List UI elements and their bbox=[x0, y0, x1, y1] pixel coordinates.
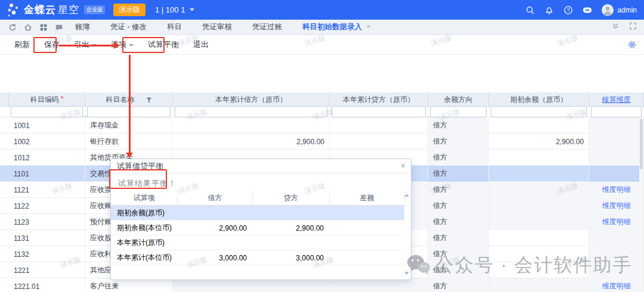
grid-filter-input-0[interactable] bbox=[11, 106, 83, 117]
annotation-box-save bbox=[33, 37, 57, 53]
tab-3[interactable]: 凭证审核 bbox=[202, 22, 232, 32]
grid-gutter-header bbox=[0, 92, 9, 107]
grid-cell bbox=[489, 278, 589, 292]
grid-column-header-0[interactable]: 科目编码* bbox=[9, 92, 85, 107]
annotation-arrowhead-right bbox=[114, 42, 119, 49]
tab-4[interactable]: 凭证过账 bbox=[252, 22, 282, 32]
grid-column-header-4[interactable]: 余额方向 bbox=[428, 92, 489, 107]
grid-cell bbox=[489, 230, 589, 246]
user-menu[interactable]: admin bbox=[602, 4, 637, 16]
grid-cell bbox=[589, 150, 644, 166]
grid-cell: 1101 bbox=[9, 166, 85, 182]
account-row-1001[interactable]: 1001库存现金借方 bbox=[0, 117, 639, 133]
dialog-close-icon[interactable]: × bbox=[401, 161, 405, 170]
dialog-scroll-up-icon[interactable] bbox=[404, 194, 409, 197]
filter-funnel-icon[interactable] bbox=[146, 97, 152, 103]
toolbar-button-5[interactable]: 退出 bbox=[193, 39, 209, 50]
grid-cell: 借方 bbox=[428, 133, 489, 150]
dialog-column-header-3: 差额 bbox=[330, 190, 405, 206]
refresh-sync-icon[interactable] bbox=[8, 23, 17, 32]
grid-cell: 1221 bbox=[9, 262, 85, 278]
grid-cell: 借方 bbox=[428, 214, 489, 230]
apps-grid-icon[interactable] bbox=[39, 23, 48, 32]
grid-column-header-5[interactable]: 期初余额（原币） bbox=[489, 92, 589, 107]
home-icon[interactable] bbox=[24, 23, 32, 32]
dialog-cell: 期初余额(本位币) bbox=[111, 220, 178, 235]
dialog-row-1[interactable]: 期初余额(本位币)2,900.002,900.00 bbox=[111, 220, 404, 235]
grid-column-header-2[interactable]: 本年累计借方（原币） bbox=[173, 92, 330, 107]
grid-filter-input-3[interactable] bbox=[332, 106, 426, 117]
user-avatar[interactable] bbox=[602, 4, 614, 16]
grid-cell: 1012 bbox=[9, 150, 85, 166]
fullscreen-icon[interactable] bbox=[629, 22, 637, 30]
kingdee-app-window: 金蝶云 星空 企业版 演示版 1 | 100 1 ? bbox=[0, 0, 644, 292]
tab-0[interactable]: 账簿 bbox=[75, 22, 90, 32]
grid-cell bbox=[489, 166, 589, 182]
tab-bar: 账簿凭证 - 修改科目凭证审核凭证过账科目初始数据录入× bbox=[0, 20, 644, 35]
svg-text:?: ? bbox=[567, 7, 570, 13]
tab-active[interactable]: 科目初始数据录入× bbox=[302, 22, 370, 32]
org-caret-icon[interactable] bbox=[190, 8, 194, 11]
grid-column-header-3[interactable]: 本年累计贷方（原币） bbox=[330, 92, 428, 107]
dialog-cell bbox=[253, 235, 330, 250]
grid-filter-input-6[interactable] bbox=[591, 106, 642, 117]
grid-cell bbox=[589, 246, 644, 262]
settings-gear-icon[interactable] bbox=[627, 40, 637, 49]
grid-column-header-6[interactable]: 核算维度 bbox=[589, 92, 644, 107]
annotation-box-trial-balance bbox=[122, 37, 165, 53]
tab-1[interactable]: 凭证 - 修改 bbox=[110, 22, 147, 32]
dialog-scroll-down-icon[interactable] bbox=[404, 272, 409, 275]
dimension-detail-link[interactable]: 维度明细 bbox=[589, 214, 644, 230]
grid-filter-input-2[interactable] bbox=[175, 106, 327, 117]
grid-vertical-scrollbar[interactable] bbox=[639, 117, 643, 292]
dialog-column-header-1: 借方 bbox=[178, 190, 253, 206]
grid-cell bbox=[173, 117, 330, 133]
collapse-tabs-icon[interactable] bbox=[611, 22, 620, 30]
grid-cell: 借方 bbox=[428, 150, 489, 166]
dialog-row-3[interactable]: 本年累计(本位币)3,000.003,000.00 bbox=[111, 250, 404, 265]
dialog-row-2[interactable]: 本年累计(原币) bbox=[111, 235, 404, 250]
search-icon[interactable] bbox=[525, 5, 535, 15]
dialog-cell: 3,000.00 bbox=[253, 250, 330, 265]
grid-cell bbox=[489, 214, 589, 230]
org-switcher[interactable]: 1 | 100 1 bbox=[155, 5, 185, 14]
dialog-cell bbox=[330, 235, 405, 250]
grid-cell bbox=[589, 230, 644, 246]
dialog-cell bbox=[330, 206, 405, 220]
required-asterisk: * bbox=[61, 95, 64, 103]
grid-cell bbox=[330, 117, 428, 133]
dialog-column-header-2: 贷方 bbox=[253, 190, 330, 206]
grid-cell bbox=[589, 133, 644, 150]
dimension-detail-link[interactable]: 维度明细 bbox=[589, 182, 644, 198]
dialog-cell bbox=[253, 206, 330, 220]
grid-cell bbox=[489, 246, 589, 262]
grid-cell: 借方 bbox=[428, 166, 489, 182]
dialog-row-0[interactable]: 期初余额(原币) bbox=[111, 206, 404, 220]
grid-cell bbox=[489, 182, 589, 198]
dimension-detail-link[interactable]: 维度明细 bbox=[589, 278, 644, 292]
account-row-1221.01[interactable]: 1221.01客户往来借方维度明细 bbox=[0, 278, 639, 292]
tab-2[interactable]: 科目 bbox=[167, 22, 182, 32]
grid-cell bbox=[489, 262, 589, 278]
account-row-1002[interactable]: 1002银行存款2,900.00借方2,900.00 bbox=[0, 133, 639, 150]
grid-filter-input-4[interactable] bbox=[430, 106, 487, 117]
help-icon[interactable]: ? bbox=[564, 5, 573, 15]
grid-cell: 借方 bbox=[428, 117, 489, 133]
grid-cell: 借方 bbox=[428, 230, 489, 246]
tab-close-icon[interactable]: × bbox=[367, 23, 370, 30]
grid-filter-input-5[interactable] bbox=[491, 106, 587, 117]
notification-bell-icon[interactable] bbox=[544, 5, 554, 15]
grid-cell: 借方 bbox=[428, 246, 489, 262]
dialog-column-header-0: 试算项 bbox=[111, 190, 178, 206]
message-bubble-icon[interactable] bbox=[55, 23, 63, 32]
feedback-pill-icon[interactable] bbox=[583, 5, 592, 15]
dimension-detail-link[interactable]: 维度明细 bbox=[589, 198, 644, 214]
grid-cell: 1002 bbox=[9, 133, 85, 150]
scrollbar-thumb[interactable] bbox=[640, 119, 643, 169]
grid-cell bbox=[173, 278, 330, 292]
toolbar-button-0[interactable]: 刷新 bbox=[14, 39, 30, 50]
top-bar: 金蝶云 星空 企业版 演示版 1 | 100 1 ? bbox=[0, 0, 644, 20]
dialog-cell bbox=[330, 220, 405, 235]
annotation-arrowhead-down bbox=[126, 153, 133, 158]
dialog-cell: 本年累计(本位币) bbox=[111, 250, 178, 265]
